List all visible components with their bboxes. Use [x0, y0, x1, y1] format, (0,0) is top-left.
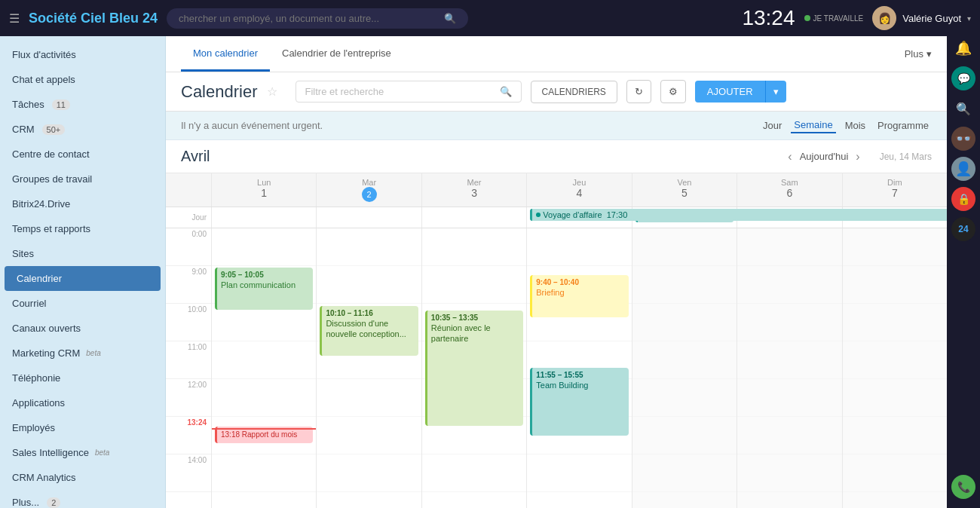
sidebar-item-flux[interactable]: Flux d'activités — [0, 42, 165, 67]
menu-icon[interactable]: ☰ — [9, 11, 20, 26]
time-12: 12:00 — [166, 379, 211, 417]
main-content: Mon calendrier Calendrier de l'entrepris… — [166, 0, 947, 508]
tab-mon-calendrier[interactable]: Mon calendrier — [181, 37, 270, 72]
sidebar-item-chat[interactable]: Chat et appels — [0, 67, 165, 92]
sidebar-item-temps[interactable]: Temps et rapports — [0, 216, 165, 241]
col-mar: 10:10 – 11:16 Discussion d'une nouvelle … — [316, 228, 421, 508]
left-sidebar: Flux d'activités Chat et appels Tâches 1… — [0, 0, 166, 508]
chat-icon[interactable]: 💬 — [951, 66, 975, 90]
header-empty — [166, 173, 211, 207]
sidebar-item-sales[interactable]: Sales Intelligence beta — [0, 440, 165, 465]
tab-entreprise[interactable]: Calendrier de l'entreprise — [270, 37, 403, 72]
star-icon[interactable]: ☆ — [267, 84, 277, 99]
ajouter-button[interactable]: AJOUTER — [695, 81, 765, 103]
view-programme[interactable]: Programme — [874, 118, 932, 133]
allday-lun — [211, 207, 316, 228]
col-mer: 10:35 – 13:35 Réunion avec le partenaire — [421, 228, 526, 508]
user-avatar-1[interactable]: 👓 — [951, 127, 975, 151]
sidebar-item-telephonie[interactable]: Téléphonie — [0, 366, 165, 390]
col-sam — [737, 228, 841, 508]
refresh-button[interactable]: ↻ — [626, 80, 651, 103]
team-building-event[interactable]: 11:55 – 15:55 Team Building — [530, 368, 628, 436]
tab-plus[interactable]: Plus ▾ — [905, 48, 932, 60]
time-11: 11:00 — [166, 341, 211, 379]
voyage-event[interactable]: Voyage d'affaire 17:30 18:30 — [530, 209, 947, 221]
ajouter-dropdown[interactable]: ▾ — [765, 81, 786, 103]
sidebar-item-crm[interactable]: CRM 50+ — [0, 117, 165, 142]
header-mer: Mer 3 — [421, 173, 526, 207]
view-jour[interactable]: Jour — [760, 118, 785, 133]
phone-icon[interactable]: 📞 — [951, 475, 975, 499]
sidebar-item-contact[interactable]: Centre de contact — [0, 142, 165, 167]
sidebar-item-marketing[interactable]: Marketing CRM beta — [0, 341, 165, 366]
chevron-down-icon: ▾ — [926, 48, 932, 60]
topbar-status: JE TRAVAILLE — [804, 14, 864, 23]
today-nav: ‹ Aujourd'hui › — [783, 150, 864, 164]
urgent-text: Il n'y a aucun événement urgent. — [181, 120, 323, 131]
day-headers: Lun 1 Mar 2 Mer 3 Jeu 4 Ven 5 Sam 6 — [166, 173, 947, 207]
header-mar: Mar 2 — [316, 173, 421, 207]
allday-label: Jour — [166, 207, 211, 228]
search-input[interactable] — [179, 13, 438, 24]
sidebar-item-sites[interactable]: Sites — [0, 241, 165, 266]
sidebar-item-crm-analytics[interactable]: CRM Analytics — [0, 465, 165, 490]
bitrix-icon[interactable]: 24 — [951, 217, 975, 241]
col-ven — [632, 228, 737, 508]
avatar: 👩 — [872, 6, 896, 30]
header-dim: Dim 7 — [842, 173, 947, 207]
search-icon: 🔍 — [500, 86, 512, 97]
time-14: 14:00 — [166, 454, 211, 492]
allday-mer — [421, 207, 526, 228]
user-avatar-2[interactable]: 👤 — [951, 157, 975, 181]
grid-scroll[interactable]: 0:00 9:00 10:00 11:00 12:00 13:24 14:00 — [166, 228, 947, 508]
sidebar-item-canaux[interactable]: Canaux ouverts — [0, 316, 165, 341]
current-time-line — [212, 428, 316, 430]
topbar-search-box[interactable]: 🔍 — [167, 8, 468, 29]
reunion-event[interactable]: 10:35 – 13:35 Réunion avec le partenaire — [425, 311, 523, 426]
status-dot — [804, 15, 810, 21]
month-title: Avril — [181, 148, 210, 165]
next-arrow[interactable]: › — [851, 150, 864, 164]
sidebar-item-calendrier[interactable]: Calendrier — [5, 266, 161, 291]
calendriers-button[interactable]: CALENDRIERS — [531, 81, 617, 103]
sidebar-item-drive[interactable]: Bitrix24.Drive — [0, 191, 165, 216]
header-ven: Ven 5 — [632, 173, 737, 207]
view-semaine[interactable]: Semaine — [791, 118, 835, 133]
header-sam: Sam 6 — [737, 173, 841, 207]
allday-mar — [316, 207, 421, 228]
sidebar-item-courriel[interactable]: Courriel — [0, 291, 165, 316]
calendar-header: Calendrier ☆ Filtre et recherche 🔍 CALEN… — [166, 72, 947, 112]
prev-arrow[interactable]: ‹ — [783, 150, 796, 164]
notification-icon[interactable]: 🔔 — [951, 36, 975, 60]
plan-comm-event[interactable]: 9:05 – 10:05 Plan communication — [215, 268, 313, 310]
view-mois[interactable]: Mois — [842, 118, 868, 133]
time-9: 9:00 — [166, 266, 211, 304]
calendar-body: Avril ‹ Aujourd'hui › Jeu, 14 Mars Lun 1… — [166, 140, 947, 508]
sidebar-item-applications[interactable]: Applications — [0, 390, 165, 415]
col-lun: 9:05 – 10:05 Plan communication 13:18 Ra… — [211, 228, 316, 508]
sidebar-label-flux: Flux d'activités — [12, 49, 76, 60]
briefing-event[interactable]: 9:40 – 10:40 Briefing — [530, 275, 628, 317]
filter-search-box[interactable]: Filtre et recherche 🔍 — [296, 81, 522, 103]
topbar: ☰ Société Ciel Bleu 24 🔍 13:24 JE TRAVAI… — [0, 0, 980, 36]
sidebar-item-plus[interactable]: Plus... 2 — [0, 490, 165, 508]
right-sidebar: ? 🔔 💬 🔍 👓 👤 🔒 24 📞 — [947, 0, 980, 508]
time-0: 0:00 — [166, 228, 211, 266]
allday-jeu: Voyage d'affaire 17:30 18:30 — [526, 207, 631, 228]
header-lun: Lun 1 — [211, 173, 316, 207]
discussion-event[interactable]: 10:10 – 11:16 Discussion d'une nouvelle … — [320, 306, 418, 356]
settings-button[interactable]: ⚙ — [660, 80, 686, 103]
col-jeu: 9:40 – 10:40 Briefing 11:55 – 15:55 Team… — [526, 228, 631, 508]
search-icon-right[interactable]: 🔍 — [951, 96, 975, 121]
sidebar-item-taches[interactable]: Tâches 11 — [0, 92, 165, 117]
topbar-logo: Société Ciel Bleu 24 — [29, 11, 158, 26]
month-nav: Avril ‹ Aujourd'hui › Jeu, 14 Mars — [166, 140, 947, 173]
lock-icon[interactable]: 🔒 — [951, 187, 975, 211]
grid-body: 0:00 9:00 10:00 11:00 12:00 13:24 14:00 — [166, 228, 947, 508]
sidebar-item-employes[interactable]: Employés — [0, 415, 165, 440]
topbar-user[interactable]: 👩 Valérie Guyot ▾ — [872, 6, 971, 30]
topbar-clock: 13:24 — [742, 6, 795, 30]
sidebar-item-groupes[interactable]: Groupes de travail — [0, 167, 165, 191]
view-buttons: Jour Semaine Mois Programme — [760, 118, 932, 133]
urgent-bar: Il n'y a aucun événement urgent. Jour Se… — [166, 112, 947, 140]
